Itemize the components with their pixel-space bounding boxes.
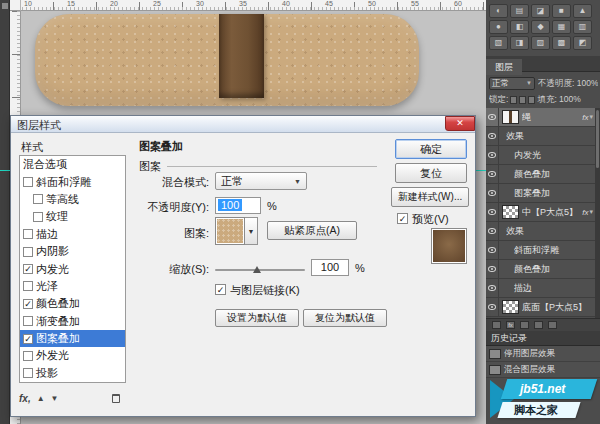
style-checkbox[interactable]	[23, 177, 33, 187]
layer-row[interactable]: 效果	[486, 127, 595, 146]
preview-checkbox[interactable]: ✓	[397, 213, 408, 224]
style-checkbox[interactable]	[23, 368, 33, 378]
layer-row[interactable]: 颜色叠加	[486, 165, 595, 184]
layer-fill-field[interactable]: 填充: 100%	[537, 94, 580, 106]
style-item[interactable]: 描边	[20, 226, 125, 243]
pattern-picker-arrow-icon[interactable]: ▼	[245, 217, 258, 245]
style-checkbox[interactable]: ✓	[23, 299, 33, 309]
style-item[interactable]: 内阴影	[20, 243, 125, 260]
style-item[interactable]: 投影	[20, 365, 125, 382]
top-ruler[interactable]: 1015202530354045505560	[10, 0, 486, 11]
layer-row[interactable]: 中【P大点5】fx▾	[486, 203, 595, 222]
ok-button[interactable]: 确定	[395, 139, 467, 159]
black-white-icon[interactable]: ◆	[531, 20, 550, 34]
panel-scrollbar[interactable]	[595, 108, 600, 318]
visibility-toggle[interactable]	[486, 203, 499, 221]
layer-row[interactable]: 底面【P大点5】	[486, 298, 595, 317]
style-checkbox[interactable]	[23, 229, 33, 239]
visibility-toggle[interactable]	[486, 165, 499, 183]
style-item[interactable]: 纹理	[20, 208, 125, 225]
brightness-contrast-icon[interactable]: ◐	[489, 4, 508, 18]
channel-mixer-icon[interactable]: ▥	[573, 20, 592, 34]
style-checkbox[interactable]	[33, 194, 43, 204]
make-default-button[interactable]: 设置为默认值	[215, 309, 299, 327]
invert-icon[interactable]: ◨	[510, 36, 529, 50]
layer-row[interactable]: 斜面和浮雕	[486, 241, 595, 260]
history-item[interactable]: 停用图层效果	[486, 346, 600, 362]
close-button[interactable]: ✕	[445, 116, 475, 131]
add-effect-fx-icon[interactable]: fx,	[19, 393, 31, 404]
visibility-toggle[interactable]	[486, 146, 499, 164]
opacity-input[interactable]: 100	[215, 197, 261, 214]
visibility-toggle[interactable]	[486, 279, 499, 297]
style-item[interactable]: 等高线	[20, 191, 125, 208]
layer-row[interactable]: 描边	[486, 279, 595, 298]
layer-blend-mode-select[interactable]: 正常 ▼	[489, 77, 535, 90]
color-lookup-icon[interactable]: ▧	[489, 36, 508, 50]
style-checkbox[interactable]	[23, 281, 33, 291]
reset-button[interactable]: 复位	[395, 163, 467, 183]
style-item[interactable]: 外发光	[20, 347, 125, 364]
visibility-toggle[interactable]	[486, 260, 499, 278]
scale-input[interactable]: 100	[311, 259, 349, 276]
layer-row[interactable]: 内发光	[486, 146, 595, 165]
gradient-map-icon[interactable]: ◩	[573, 36, 592, 50]
layer-opacity-field[interactable]: 不透明度: 100%	[538, 78, 598, 90]
style-checkbox[interactable]	[33, 212, 43, 222]
threshold-icon[interactable]: ▩	[552, 36, 571, 50]
add-layer-mask-icon[interactable]	[520, 321, 529, 329]
new-layer-icon[interactable]	[534, 321, 543, 329]
levels-icon[interactable]: ▤	[510, 4, 529, 18]
layer-row[interactable]: 图案叠加	[486, 184, 595, 203]
layer-row[interactable]: 绳fx▾	[486, 108, 595, 127]
vibrance-icon[interactable]: ▲	[573, 4, 592, 18]
curves-icon[interactable]: ◪	[531, 4, 550, 18]
reset-default-button[interactable]: 复位为默认值	[303, 309, 387, 327]
lock-all-icon[interactable]	[528, 96, 535, 104]
visibility-toggle[interactable]	[486, 298, 499, 316]
link-layers-icon[interactable]	[492, 321, 501, 329]
move-effect-down-icon[interactable]: ▼	[51, 394, 59, 403]
style-checkbox[interactable]: ✓	[23, 264, 33, 274]
visibility-toggle[interactable]	[486, 241, 499, 259]
style-checkbox[interactable]: ✓	[23, 334, 33, 344]
link-with-layer-checkbox[interactable]: ✓	[215, 284, 226, 295]
add-layer-style-icon[interactable]: fx	[506, 321, 515, 329]
tab-layers[interactable]: 图层	[486, 59, 522, 75]
style-item[interactable]: ✓内发光	[20, 260, 125, 277]
layer-row[interactable]: 效果	[486, 222, 595, 241]
blend-mode-select[interactable]: 正常 ▼	[215, 172, 307, 190]
collapse-caret-icon[interactable]: ▾	[589, 208, 593, 216]
scale-slider[interactable]	[215, 269, 305, 271]
delete-layer-icon[interactable]	[548, 321, 557, 329]
collapse-caret-icon[interactable]: ▾	[589, 113, 593, 121]
style-item[interactable]: 渐变叠加	[20, 313, 125, 330]
delete-effect-icon[interactable]	[112, 394, 120, 403]
snap-to-origin-button[interactable]: 贴紧原点(A)	[267, 221, 357, 240]
history-panel-header[interactable]: 历史记录	[486, 331, 600, 346]
tool-icon[interactable]	[2, 3, 8, 9]
style-checkbox[interactable]	[23, 351, 33, 361]
style-checkbox[interactable]	[23, 247, 33, 257]
lock-transparency-icon[interactable]	[510, 96, 517, 104]
posterize-icon[interactable]: ▨	[531, 36, 550, 50]
new-style-button[interactable]: 新建样式(W)...	[391, 187, 469, 207]
visibility-toggle[interactable]	[486, 222, 499, 240]
style-item[interactable]: 混合选项	[20, 156, 125, 173]
lock-position-icon[interactable]	[519, 96, 526, 104]
photo-filter-icon[interactable]: ▦	[552, 20, 571, 34]
hue-saturation-icon[interactable]: ●	[489, 20, 508, 34]
layer-row[interactable]: 颜色叠加	[486, 260, 595, 279]
scale-slider-thumb[interactable]	[253, 266, 261, 273]
pattern-swatch[interactable]	[215, 217, 245, 245]
style-item[interactable]: ✓颜色叠加	[20, 295, 125, 312]
move-effect-up-icon[interactable]: ▲	[37, 394, 45, 403]
dialog-titlebar[interactable]: 图层样式 ✕	[11, 116, 475, 133]
style-checkbox[interactable]	[23, 316, 33, 326]
style-item[interactable]: 光泽	[20, 278, 125, 295]
visibility-toggle[interactable]	[486, 184, 499, 202]
style-item[interactable]: ✓图案叠加	[20, 330, 125, 347]
color-balance-icon[interactable]: ◧	[510, 20, 529, 34]
visibility-toggle[interactable]	[486, 127, 499, 145]
visibility-toggle[interactable]	[486, 108, 499, 126]
